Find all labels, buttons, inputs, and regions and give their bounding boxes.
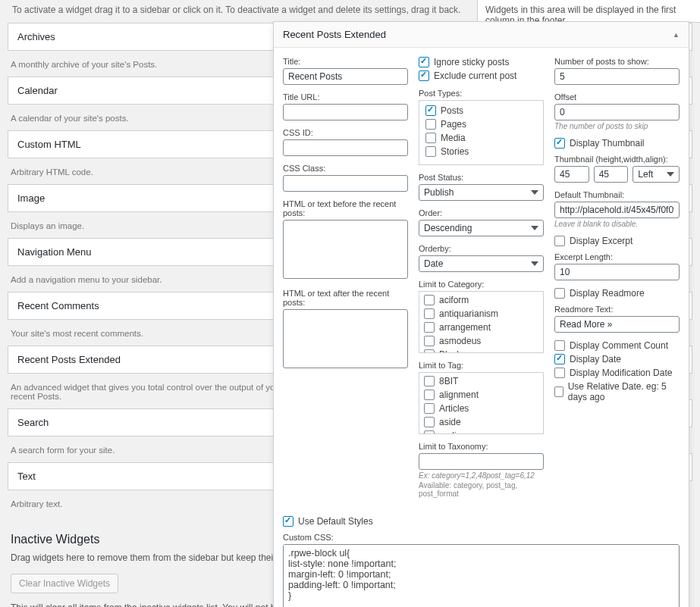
- checkbox[interactable]: [424, 349, 435, 353]
- checkbox[interactable]: [425, 105, 436, 116]
- display-date-label: Display Date: [570, 354, 621, 365]
- checkbox[interactable]: [425, 133, 436, 143]
- excerpt-length-label: Excerpt Length:: [554, 252, 680, 261]
- post-status-select[interactable]: Publish: [419, 184, 544, 201]
- limit-taxonomy-label: Limit to Taxonomy:: [419, 442, 544, 451]
- title-label: Title:: [283, 57, 408, 66]
- widget-title: Text: [17, 471, 36, 482]
- css-class-label: CSS Class:: [283, 164, 408, 173]
- checkbox[interactable]: [424, 336, 435, 346]
- display-excerpt-checkbox[interactable]: [554, 236, 565, 246]
- mod-date-checkbox[interactable]: [554, 368, 565, 378]
- order-label: Order:: [419, 208, 544, 217]
- category-list[interactable]: aciformantiquarianismarrangementasmodeus…: [419, 291, 544, 353]
- checkbox-label: Block: [439, 349, 461, 353]
- checkbox[interactable]: [425, 146, 436, 157]
- taxonomy-input[interactable]: [419, 453, 544, 470]
- checkbox-label: alignment: [439, 390, 479, 400]
- css-id-input[interactable]: [283, 139, 408, 156]
- num-posts-label: Number of posts to show:: [554, 57, 680, 66]
- widget-edit-panel: Recent Posts Extended ▲ Title: Title URL…: [273, 21, 689, 607]
- widget-title: Search: [17, 417, 49, 428]
- checkbox-label: Pages: [441, 119, 466, 130]
- orderby-select[interactable]: Date: [419, 255, 544, 272]
- display-thumbnail-label: Display Thumbnail: [570, 138, 645, 149]
- exclude-current-label: Exclude current post: [434, 70, 516, 81]
- tag-list[interactable]: 8BITalignmentArticlesasideaudio: [419, 372, 544, 434]
- checkbox-label: Media: [441, 133, 466, 143]
- thumb-align-select[interactable]: Left: [633, 166, 680, 183]
- ignore-sticky-label: Ignore sticky posts: [434, 57, 509, 67]
- custom-css-label: Custom CSS:: [283, 533, 680, 542]
- panel-col-right: Number of posts to show: OffsetThe numbe…: [554, 57, 680, 505]
- widget-title: Navigation Menu: [17, 246, 92, 258]
- display-date-checkbox[interactable]: [554, 354, 565, 365]
- display-excerpt-label: Display Excerpt: [570, 236, 633, 246]
- order-select[interactable]: Descending: [419, 220, 544, 236]
- checkbox-label: Stories: [441, 146, 469, 157]
- html-before-label: HTML or text before the recent posts:: [283, 199, 408, 217]
- widget-title: Recent Comments: [17, 300, 99, 311]
- widget-title: Archives: [17, 31, 55, 42]
- use-default-styles-checkbox[interactable]: [283, 516, 293, 527]
- relative-date-label: Use Relative Date. eg: 5 days ago: [568, 381, 680, 402]
- title-input[interactable]: [283, 68, 408, 85]
- taxonomy-hint2: Available: category, post_tag, post_form…: [419, 481, 544, 498]
- checkbox[interactable]: [424, 295, 435, 305]
- excerpt-length-input[interactable]: [554, 264, 680, 280]
- display-thumbnail-checkbox[interactable]: [554, 138, 565, 149]
- offset-label: Offset: [554, 92, 680, 102]
- checkbox[interactable]: [425, 119, 436, 130]
- limit-tag-label: Limit to Tag:: [419, 361, 544, 370]
- mod-date-label: Display Modification Date: [570, 368, 672, 378]
- comment-count-checkbox[interactable]: [554, 340, 565, 351]
- thumb-dims-label: Thumbnail (height,width,align):: [554, 155, 680, 164]
- default-thumb-input[interactable]: [554, 202, 680, 218]
- checkbox-label: Posts: [441, 105, 463, 116]
- checkbox[interactable]: [424, 376, 435, 386]
- post-types-box: PostsPagesMediaStories: [419, 100, 544, 165]
- use-default-styles-label: Use Default Styles: [298, 516, 373, 527]
- taxonomy-hint1: Ex: category=1,2,48post_tag=6,12: [419, 471, 544, 480]
- css-class-input[interactable]: [283, 175, 408, 192]
- html-after-label: HTML or text after the recent posts:: [283, 289, 408, 307]
- checkbox[interactable]: [424, 308, 435, 319]
- clear-inactive-button[interactable]: Clear Inactive Widgets: [11, 574, 118, 593]
- checkbox[interactable]: [424, 430, 435, 434]
- checkbox[interactable]: [424, 403, 435, 414]
- checkbox[interactable]: [424, 322, 435, 333]
- checkbox-label: arrangement: [439, 322, 491, 333]
- panel-col-left: Title: Title URL: CSS ID: CSS Class: HTM…: [283, 57, 408, 505]
- checkbox-label: aciform: [439, 295, 469, 305]
- display-readmore-label: Display Readmore: [570, 288, 645, 299]
- html-after-textarea[interactable]: [283, 309, 408, 368]
- post-types-label: Post Types:: [419, 89, 544, 98]
- widget-title: Custom HTML: [17, 139, 81, 150]
- readmore-text-label: Readmore Text:: [554, 305, 680, 314]
- title-url-label: Title URL:: [283, 92, 408, 102]
- default-thumb-hint: Leave it blank to disable.: [554, 220, 680, 228]
- offset-input[interactable]: [554, 104, 680, 120]
- checkbox-label: asmodeus: [439, 336, 481, 346]
- panel-title: Recent Posts Extended: [283, 29, 386, 40]
- relative-date-checkbox[interactable]: [554, 386, 563, 397]
- collapse-icon[interactable]: ▲: [673, 31, 680, 39]
- thumb-width-input[interactable]: [594, 166, 629, 183]
- readmore-text-input[interactable]: [554, 316, 680, 333]
- custom-css-textarea[interactable]: .rpwe-block ul{ list-style: none !import…: [283, 544, 680, 607]
- checkbox-label: audio: [439, 430, 461, 434]
- num-posts-input[interactable]: [554, 68, 680, 85]
- html-before-textarea[interactable]: [283, 220, 408, 279]
- comment-count-label: Display Comment Count: [570, 340, 668, 351]
- checkbox[interactable]: [424, 417, 435, 427]
- exclude-current-checkbox[interactable]: [419, 70, 429, 81]
- footer-area-desc: Widgets in this area will be displayed i…: [477, 0, 700, 23]
- panel-header[interactable]: Recent Posts Extended ▲: [274, 22, 689, 48]
- widget-title: Calendar: [17, 85, 58, 96]
- title-url-input[interactable]: [283, 104, 408, 120]
- orderby-label: Orderby:: [419, 244, 544, 253]
- checkbox[interactable]: [424, 390, 435, 400]
- thumb-height-input[interactable]: [554, 166, 589, 183]
- display-readmore-checkbox[interactable]: [554, 288, 565, 299]
- ignore-sticky-checkbox[interactable]: [419, 57, 429, 67]
